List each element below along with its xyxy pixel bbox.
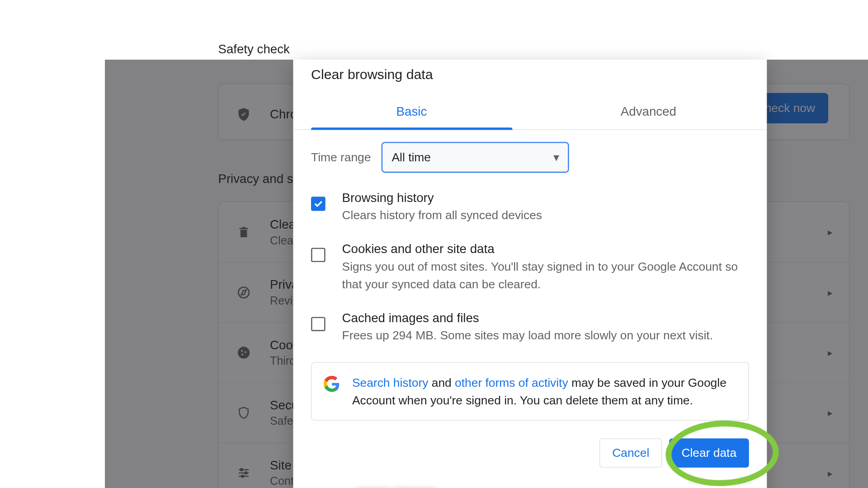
dropdown-arrow-icon: ▾ [553,150,559,164]
info-text: Search history and other forms of activi… [352,374,736,409]
time-range-select[interactable]: All time ▾ [382,142,569,173]
time-range-value: All time [392,150,431,164]
tab-advanced[interactable]: Advanced [530,94,767,129]
option-cookies[interactable]: Cookies and other site data Signs you ou… [311,242,749,293]
dialog-title: Clear browsing data [293,60,767,94]
option-cached[interactable]: Cached images and files Frees up 294 MB.… [311,311,749,344]
option-title: Cookies and other site data [342,242,749,256]
option-sub: Clears history from all synced devices [342,206,542,224]
safety-check-heading: Safety check [218,42,289,56]
time-range-label: Time range [311,150,371,164]
option-sub: Signs you out of most sites. You'll stay… [342,258,749,293]
checkbox-cookies[interactable] [311,248,326,262]
search-history-link[interactable]: Search history [352,376,428,389]
other-activity-link[interactable]: other forms of activity [455,376,568,389]
cancel-button[interactable]: Cancel [600,438,662,468]
checkbox-cached[interactable] [311,317,326,331]
dialog-tabs: Basic Advanced [293,94,767,130]
google-logo-icon [324,376,340,395]
checkbox-browsing-history[interactable] [311,197,326,211]
clear-data-button[interactable]: Clear data [669,438,749,468]
clear-browsing-data-dialog: Clear browsing data Basic Advanced Time … [293,60,767,488]
option-title: Browsing history [342,191,542,205]
option-title: Cached images and files [342,311,713,325]
tab-basic[interactable]: Basic [293,94,530,129]
option-browsing-history[interactable]: Browsing history Clears history from all… [311,191,749,224]
sync-account-row: ████ █████ Syncing to ██████████████████ [293,479,767,488]
option-sub: Frees up 294 MB. Some sites may load mor… [342,326,713,344]
google-activity-info: Search history and other forms of activi… [311,362,749,421]
